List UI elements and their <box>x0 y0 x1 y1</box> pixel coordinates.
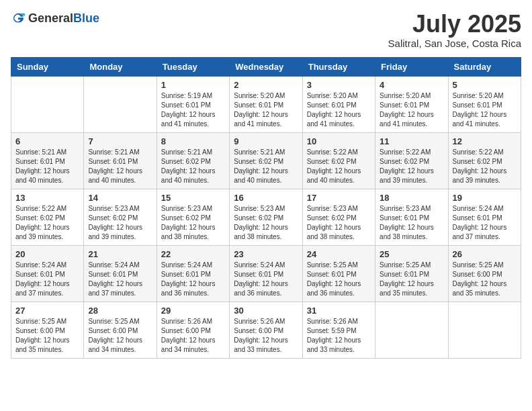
week-row-5: 27Sunrise: 5:25 AM Sunset: 6:00 PM Dayli… <box>11 302 521 358</box>
calendar-cell: 10Sunrise: 5:22 AM Sunset: 6:02 PM Dayli… <box>302 132 375 189</box>
weekday-header-tuesday: Tuesday <box>157 57 229 76</box>
day-info: Sunrise: 5:20 AM Sunset: 6:01 PM Dayligh… <box>380 91 443 129</box>
day-info: Sunrise: 5:23 AM Sunset: 6:02 PM Dayligh… <box>88 204 152 242</box>
day-number: 1 <box>161 80 225 90</box>
day-number: 9 <box>234 136 298 146</box>
weekday-header-friday: Friday <box>375 57 448 76</box>
day-info: Sunrise: 5:21 AM Sunset: 6:01 PM Dayligh… <box>88 148 152 185</box>
calendar-cell: 7Sunrise: 5:21 AM Sunset: 6:01 PM Daylig… <box>84 132 157 189</box>
day-info: Sunrise: 5:26 AM Sunset: 6:00 PM Dayligh… <box>234 317 298 355</box>
day-number: 18 <box>380 193 443 203</box>
day-info: Sunrise: 5:23 AM Sunset: 6:02 PM Dayligh… <box>234 204 298 242</box>
day-info: Sunrise: 5:25 AM Sunset: 6:00 PM Dayligh… <box>88 317 152 355</box>
calendar-cell <box>84 76 157 132</box>
calendar-cell: 30Sunrise: 5:26 AM Sunset: 6:00 PM Dayli… <box>230 302 302 358</box>
day-info: Sunrise: 5:23 AM Sunset: 6:02 PM Dayligh… <box>161 204 225 242</box>
day-info: Sunrise: 5:23 AM Sunset: 6:02 PM Dayligh… <box>307 204 371 242</box>
calendar-cell: 21Sunrise: 5:24 AM Sunset: 6:01 PM Dayli… <box>84 245 157 302</box>
week-row-2: 6Sunrise: 5:21 AM Sunset: 6:01 PM Daylig… <box>11 132 521 189</box>
weekday-header-sunday: Sunday <box>11 57 84 76</box>
day-info: Sunrise: 5:22 AM Sunset: 6:02 PM Dayligh… <box>453 148 517 185</box>
day-number: 15 <box>161 193 225 203</box>
day-info: Sunrise: 5:25 AM Sunset: 6:00 PM Dayligh… <box>453 261 517 298</box>
weekday-header-wednesday: Wednesday <box>230 57 302 76</box>
weekday-header-row: SundayMondayTuesdayWednesdayThursdayFrid… <box>11 57 521 76</box>
calendar-cell: 24Sunrise: 5:25 AM Sunset: 6:01 PM Dayli… <box>302 245 375 302</box>
day-number: 7 <box>88 136 152 146</box>
day-number: 3 <box>307 80 371 90</box>
calendar-cell: 16Sunrise: 5:23 AM Sunset: 6:02 PM Dayli… <box>230 189 302 245</box>
day-info: Sunrise: 5:24 AM Sunset: 6:01 PM Dayligh… <box>15 261 79 298</box>
calendar-cell: 14Sunrise: 5:23 AM Sunset: 6:02 PM Dayli… <box>84 189 157 245</box>
day-info: Sunrise: 5:24 AM Sunset: 6:01 PM Dayligh… <box>161 261 225 298</box>
day-number: 6 <box>15 136 79 146</box>
calendar-cell: 9Sunrise: 5:21 AM Sunset: 6:02 PM Daylig… <box>230 132 302 189</box>
day-info: Sunrise: 5:20 AM Sunset: 6:01 PM Dayligh… <box>234 91 298 129</box>
weekday-header-monday: Monday <box>84 57 157 76</box>
calendar-cell: 23Sunrise: 5:24 AM Sunset: 6:01 PM Dayli… <box>230 245 302 302</box>
day-number: 24 <box>307 249 371 259</box>
calendar-cell: 19Sunrise: 5:24 AM Sunset: 6:01 PM Dayli… <box>448 189 521 245</box>
day-number: 10 <box>307 136 371 146</box>
day-info: Sunrise: 5:25 AM Sunset: 6:01 PM Dayligh… <box>380 261 443 298</box>
logo-blue: Blue <box>73 11 99 25</box>
calendar-cell: 1Sunrise: 5:19 AM Sunset: 6:01 PM Daylig… <box>157 76 229 132</box>
day-number: 26 <box>453 249 517 259</box>
calendar-cell: 20Sunrise: 5:24 AM Sunset: 6:01 PM Dayli… <box>11 245 84 302</box>
page-header: GeneralBlue July 2025 Salitral, San Jose… <box>11 11 521 49</box>
day-number: 20 <box>15 249 79 259</box>
day-number: 31 <box>307 306 371 316</box>
day-info: Sunrise: 5:24 AM Sunset: 6:01 PM Dayligh… <box>88 261 152 298</box>
day-info: Sunrise: 5:22 AM Sunset: 6:02 PM Dayligh… <box>307 148 371 185</box>
day-info: Sunrise: 5:21 AM Sunset: 6:01 PM Dayligh… <box>15 148 79 185</box>
day-number: 13 <box>15 193 79 203</box>
calendar-cell: 18Sunrise: 5:23 AM Sunset: 6:01 PM Dayli… <box>375 189 448 245</box>
logo-icon <box>11 11 26 26</box>
calendar-cell <box>375 302 448 358</box>
day-info: Sunrise: 5:22 AM Sunset: 6:02 PM Dayligh… <box>15 204 79 242</box>
calendar-cell: 22Sunrise: 5:24 AM Sunset: 6:01 PM Dayli… <box>157 245 229 302</box>
day-info: Sunrise: 5:20 AM Sunset: 6:01 PM Dayligh… <box>307 91 371 129</box>
logo: GeneralBlue <box>11 11 99 26</box>
calendar-cell: 27Sunrise: 5:25 AM Sunset: 6:00 PM Dayli… <box>11 302 84 358</box>
day-number: 11 <box>380 136 443 146</box>
calendar-cell <box>448 302 521 358</box>
calendar-cell: 15Sunrise: 5:23 AM Sunset: 6:02 PM Dayli… <box>157 189 229 245</box>
day-info: Sunrise: 5:23 AM Sunset: 6:01 PM Dayligh… <box>380 204 443 242</box>
weekday-header-saturday: Saturday <box>448 57 521 76</box>
day-info: Sunrise: 5:26 AM Sunset: 5:59 PM Dayligh… <box>307 317 371 355</box>
day-number: 23 <box>234 249 298 259</box>
day-number: 5 <box>453 80 517 90</box>
day-number: 25 <box>380 249 443 259</box>
day-number: 4 <box>380 80 443 90</box>
calendar-cell: 5Sunrise: 5:20 AM Sunset: 6:01 PM Daylig… <box>448 76 521 132</box>
day-number: 30 <box>234 306 298 316</box>
calendar-cell: 17Sunrise: 5:23 AM Sunset: 6:02 PM Dayli… <box>302 189 375 245</box>
title-block: July 2025 Salitral, San Jose, Costa Rica <box>388 11 521 49</box>
calendar-cell: 13Sunrise: 5:22 AM Sunset: 6:02 PM Dayli… <box>11 189 84 245</box>
day-info: Sunrise: 5:24 AM Sunset: 6:01 PM Dayligh… <box>234 261 298 298</box>
calendar-cell: 6Sunrise: 5:21 AM Sunset: 6:01 PM Daylig… <box>11 132 84 189</box>
day-number: 14 <box>88 193 152 203</box>
calendar-cell: 26Sunrise: 5:25 AM Sunset: 6:00 PM Dayli… <box>448 245 521 302</box>
calendar-cell: 31Sunrise: 5:26 AM Sunset: 5:59 PM Dayli… <box>302 302 375 358</box>
week-row-4: 20Sunrise: 5:24 AM Sunset: 6:01 PM Dayli… <box>11 245 521 302</box>
day-info: Sunrise: 5:25 AM Sunset: 6:00 PM Dayligh… <box>15 317 79 355</box>
calendar-cell: 3Sunrise: 5:20 AM Sunset: 6:01 PM Daylig… <box>302 76 375 132</box>
calendar-cell <box>11 76 84 132</box>
day-number: 8 <box>161 136 225 146</box>
day-number: 27 <box>15 306 79 316</box>
calendar-cell: 8Sunrise: 5:21 AM Sunset: 6:02 PM Daylig… <box>157 132 229 189</box>
day-number: 16 <box>234 193 298 203</box>
day-number: 17 <box>307 193 371 203</box>
day-info: Sunrise: 5:19 AM Sunset: 6:01 PM Dayligh… <box>161 91 225 129</box>
week-row-3: 13Sunrise: 5:22 AM Sunset: 6:02 PM Dayli… <box>11 189 521 245</box>
calendar-cell: 11Sunrise: 5:22 AM Sunset: 6:02 PM Dayli… <box>375 132 448 189</box>
day-number: 22 <box>161 249 225 259</box>
day-number: 2 <box>234 80 298 90</box>
day-number: 12 <box>453 136 517 146</box>
day-info: Sunrise: 5:22 AM Sunset: 6:02 PM Dayligh… <box>380 148 443 185</box>
day-number: 21 <box>88 249 152 259</box>
calendar-cell: 2Sunrise: 5:20 AM Sunset: 6:01 PM Daylig… <box>230 76 302 132</box>
day-info: Sunrise: 5:20 AM Sunset: 6:01 PM Dayligh… <box>453 91 517 129</box>
